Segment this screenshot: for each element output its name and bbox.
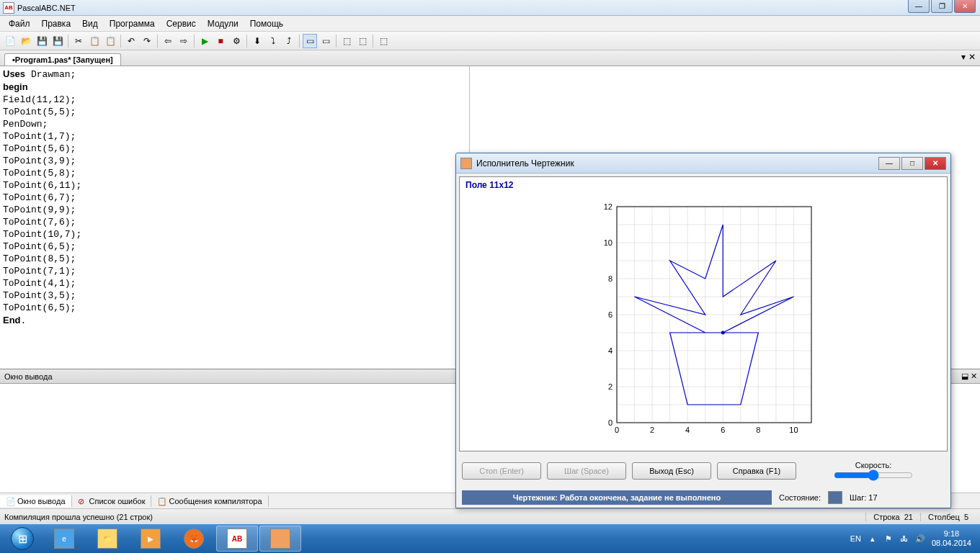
tray-network-icon[interactable]: 🖧 [899,533,910,544]
stop-icon[interactable]: ■ [213,34,228,48]
status-compile: Компиляция прошла успешно (21 строк) [4,513,153,521]
svg-text:4: 4 [608,346,612,355]
pin-icon[interactable]: ⬓ [961,372,968,381]
svg-text:2: 2 [608,382,612,391]
menu-service[interactable]: Сервис [161,17,202,30]
paste-icon[interactable]: 📋 [103,34,117,48]
svg-text:6: 6 [721,426,725,434]
titlebar: AB PascalABC.NET — ❐ ✕ [0,0,980,16]
tabbar-dropdown-icon[interactable]: ▾ [961,52,966,62]
output-tab-output[interactable]: 📄 Окно вывода [0,495,72,507]
drawman-step-button[interactable]: Шаг (Space) [547,462,626,480]
drawman-exit-button[interactable]: Выход (Esc) [632,462,711,480]
drawman-speed-slider[interactable] [834,469,913,481]
minimize-button[interactable]: — [908,0,930,13]
step-out-icon[interactable]: ⤴ [282,34,296,48]
task-firefox[interactable]: 🦊 [173,526,215,552]
nav-fwd-icon[interactable]: ⇨ [177,34,191,48]
drawman-chart: 0246810024681012 [588,199,819,444]
svg-text:0: 0 [608,418,612,427]
step-over-icon[interactable]: ⤵ [266,34,280,48]
task-drawman[interactable] [259,526,301,552]
drawman-title: Исполнитель Чертежник [476,158,574,168]
cut-icon[interactable]: ✂ [71,34,86,48]
output-tab-compiler[interactable]: 📋 Сообщения компилятора [151,495,268,507]
statusbar: Компиляция прошла успешно (21 строк) Стр… [0,508,980,524]
menu-modules[interactable]: Модули [202,17,244,30]
lang-indicator[interactable]: EN [850,534,861,543]
tool-icon-1[interactable]: ⬚ [339,34,354,48]
svg-text:12: 12 [604,202,612,211]
step-into-icon[interactable]: ⬇ [250,34,264,48]
drawman-field-label: Поле 11x12 [460,177,947,193]
drawman-speed-label: Скорость: [855,461,892,469]
window-title: PascalABC.NET [17,4,76,12]
tabbar: •Program1.pas* [Запущен] ▾ ✕ [0,50,980,66]
save-all-icon[interactable]: 💾 [50,34,65,48]
menu-file[interactable]: Файл [3,17,36,30]
drawman-titlebar[interactable]: Исполнитель Чертежник — □ ✕ [456,153,950,174]
toolbar: 📄 📂 💾 💾 ✂ 📋 📋 ↶ ↷ ⇦ ⇨ ▶ ■ ⚙ ⬇ ⤵ ⤴ ▭ ▭ ⬚ … [0,32,980,50]
drawman-controls: Стоп (Enter) Шаг (Space) Выход (Esc) Спр… [456,454,950,487]
drawman-stop-button[interactable]: Стоп (Enter) [462,462,541,480]
drawman-maximize-button[interactable]: □ [901,157,923,170]
status-col: Столбец 5 [920,513,976,521]
task-pascalabc[interactable]: AB [216,526,258,552]
output-tab-errors[interactable]: ⊘ Список ошибок [72,495,152,507]
output-close-icon[interactable]: ✕ [971,372,977,381]
code-editor[interactable]: Uses Drawman; begin Field(11,12); ToPoin… [0,66,470,369]
editor-tab[interactable]: •Program1.pas* [Запущен] [4,53,121,66]
svg-text:8: 8 [608,274,612,283]
menu-help[interactable]: Помощь [244,17,289,30]
task-media[interactable]: ▶ [130,526,172,552]
task-explorer[interactable]: 📁 [86,526,128,552]
tray-flag-icon[interactable]: ⚑ [883,533,894,544]
drawman-minimize-button[interactable]: — [878,157,900,170]
svg-point-39 [721,331,725,335]
open-file-icon[interactable]: 📂 [19,34,33,48]
run-icon[interactable]: ▶ [197,34,212,48]
drawman-close-button[interactable]: ✕ [925,157,946,170]
start-button[interactable]: ⊞ [3,526,42,552]
save-icon[interactable]: 💾 [35,34,49,48]
compiler-tab-icon: 📋 [157,497,166,505]
windows-logo-icon: ⊞ [11,527,34,550]
drawman-help-button[interactable]: Справка (F1) [717,462,796,480]
status-line: Строка 21 [865,513,920,521]
drawman-status: Чертежник: Работа окончена, задание не в… [456,487,950,508]
drawman-state-label: Состояние: [779,493,821,502]
tray-arrow-icon[interactable]: ▴ [867,533,878,544]
tool-icon-3[interactable]: ⬚ [376,34,391,48]
drawman-status-msg: Чертежник: Работа окончена, задание не в… [462,490,772,505]
undo-icon[interactable]: ↶ [124,34,138,48]
panel-icon-1[interactable]: ▭ [303,34,317,48]
compile-icon[interactable]: ⚙ [229,34,244,48]
app-icon: AB [3,2,14,14]
svg-text:6: 6 [608,310,612,319]
svg-text:0: 0 [615,426,619,434]
drawman-step-label: Шаг: 17 [850,493,878,502]
svg-text:8: 8 [756,426,760,434]
output-tab-icon: 📄 [6,497,14,505]
tabbar-close-icon[interactable]: ✕ [968,52,976,62]
menu-program[interactable]: Программа [104,17,161,30]
copy-icon[interactable]: 📋 [87,34,102,48]
close-button[interactable]: ✕ [954,0,976,13]
tool-icon-2[interactable]: ⬚ [355,34,370,48]
menu-edit[interactable]: Правка [36,17,77,30]
task-ie[interactable]: e [43,526,85,552]
maximize-button[interactable]: ❐ [931,0,953,13]
panel-icon-2[interactable]: ▭ [318,34,333,48]
redo-icon[interactable]: ↷ [140,34,154,48]
menu-view[interactable]: Вид [76,17,104,30]
svg-text:10: 10 [789,426,798,434]
tray-volume-icon[interactable]: 🔊 [914,533,926,544]
drawman-window: Исполнитель Чертежник — □ ✕ Поле 11x12 0… [455,153,951,508]
clock[interactable]: 9:18 08.04.2014 [932,529,971,548]
drawman-state-box [828,491,842,504]
new-file-icon[interactable]: 📄 [3,34,17,48]
menubar: Файл Правка Вид Программа Сервис Модули … [0,16,980,32]
nav-back-icon[interactable]: ⇦ [161,34,175,48]
svg-text:2: 2 [650,426,654,434]
drawman-body: Поле 11x12 0246810024681012 [459,176,948,451]
